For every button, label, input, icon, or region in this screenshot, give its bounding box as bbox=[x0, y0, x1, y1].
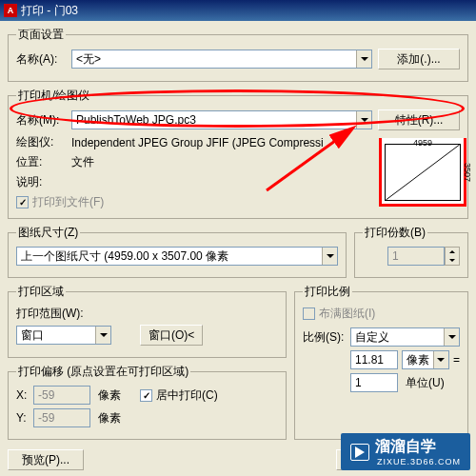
description-label: 说明: bbox=[16, 174, 71, 190]
preview-button[interactable]: 预览(P)... bbox=[8, 449, 84, 470]
print-area-legend: 打印区域 bbox=[16, 284, 66, 300]
offset-y-input: -59 bbox=[33, 408, 90, 427]
dropdown-icon[interactable] bbox=[356, 111, 371, 129]
offset-y-label: Y: bbox=[16, 411, 33, 425]
paper-size-legend: 图纸尺寸(Z) bbox=[16, 225, 80, 241]
dropdown-icon[interactable] bbox=[95, 327, 110, 344]
page-setup-group: 页面设置 名称(A): <无> 添加(.)... bbox=[8, 27, 468, 82]
dropdown-icon[interactable] bbox=[433, 351, 448, 368]
dropdown-icon[interactable] bbox=[356, 50, 371, 68]
scale-legend: 打印比例 bbox=[303, 284, 352, 300]
fit-checkbox bbox=[303, 307, 315, 320]
print-range-value: 窗口 bbox=[21, 327, 44, 344]
scale-value1-input[interactable]: 11.81 bbox=[350, 350, 398, 369]
paper-preview: 4959 3507 bbox=[379, 138, 466, 207]
scale-ratio-select[interactable]: 自定义 bbox=[350, 327, 460, 347]
app-icon: A bbox=[4, 4, 17, 17]
offset-x-label: X: bbox=[16, 388, 33, 402]
offset-x-input: -59 bbox=[33, 386, 90, 405]
dropdown-icon[interactable] bbox=[444, 328, 459, 346]
copies-spinner bbox=[445, 247, 460, 266]
titlebar: A 打印 - 门03 bbox=[0, 0, 476, 21]
offset-x-unit: 像素 bbox=[98, 387, 121, 404]
svg-line-0 bbox=[386, 145, 459, 200]
watermark: 溜溜自学 ZIXUE.3D66.COM bbox=[341, 433, 470, 470]
watermark-sub: ZIXUE.3D66.COM bbox=[377, 457, 461, 466]
scale-value2-input[interactable]: 1 bbox=[350, 373, 398, 392]
printer-legend: 打印机/绘图仪 bbox=[16, 88, 91, 104]
fit-label: 布满图纸(I) bbox=[319, 306, 375, 322]
scale-ratio-label: 比例(S): bbox=[303, 329, 350, 346]
paper-height-label: 3507 bbox=[463, 163, 472, 182]
offset-group: 打印偏移 (原点设置在可打印区域) X: -59 像素 居中打印(C) Y: -… bbox=[8, 364, 287, 440]
scale-ratio-value: 自定义 bbox=[355, 329, 389, 346]
offset-y-unit: 像素 bbox=[98, 410, 121, 426]
window-button[interactable]: 窗口(O)< bbox=[140, 325, 203, 346]
copies-group: 打印份数(B) 1 bbox=[354, 225, 468, 278]
dialog-content: 页面设置 名称(A): <无> 添加(.)... 打印机/绘图仪 名称(M): … bbox=[0, 21, 476, 476]
dropdown-icon[interactable] bbox=[322, 248, 337, 265]
center-checkbox[interactable] bbox=[140, 389, 152, 402]
plotter-value: Independent JPEG Group JFIF (JPEG Compre… bbox=[71, 136, 324, 149]
printer-name-value: PublishToWeb JPG.pc3 bbox=[76, 113, 196, 127]
location-value: 文件 bbox=[71, 154, 94, 170]
offset-legend: 打印偏移 (原点设置在可打印区域) bbox=[16, 364, 190, 380]
add-button[interactable]: 添加(.)... bbox=[378, 49, 460, 69]
location-label: 位置: bbox=[16, 154, 71, 170]
paper-size-value: 上一个图纸尺寸 (4959.00 x 3507.00 像素 bbox=[21, 248, 228, 265]
center-label: 居中打印(C) bbox=[156, 387, 218, 404]
printer-name-label: 名称(M): bbox=[16, 112, 71, 129]
print-range-label: 打印范围(W): bbox=[16, 306, 278, 322]
properties-button[interactable]: 特性(R)... bbox=[378, 109, 460, 130]
page-name-select[interactable]: <无> bbox=[71, 50, 372, 69]
copies-legend: 打印份数(B) bbox=[363, 225, 427, 241]
window-title: 打印 - 门03 bbox=[21, 3, 78, 19]
page-setup-legend: 页面设置 bbox=[16, 27, 66, 43]
watermark-text: 溜溜自学 bbox=[375, 437, 461, 457]
print-area-group: 打印区域 打印范围(W): 窗口 窗口(O)< bbox=[8, 284, 287, 358]
print-to-file-checkbox bbox=[16, 196, 29, 208]
page-name-value: <无> bbox=[76, 51, 101, 68]
page-name-label: 名称(A): bbox=[16, 51, 71, 68]
play-icon bbox=[355, 446, 365, 458]
print-to-file-label: 打印到文件(F) bbox=[32, 194, 104, 210]
printer-name-select[interactable]: PublishToWeb JPG.pc3 bbox=[71, 110, 372, 129]
paper-size-select[interactable]: 上一个图纸尺寸 (4959.00 x 3507.00 像素 bbox=[16, 247, 338, 266]
scale-unit1-select[interactable]: 像素 bbox=[402, 350, 449, 369]
scale-unit2-label: 单位(U) bbox=[406, 375, 445, 391]
scale-group: 打印比例 布满图纸(I) 比例(S): 自定义 11.81 像素 = bbox=[294, 284, 468, 440]
plotter-label: 绘图仪: bbox=[16, 134, 71, 150]
scale-unit1-value: 像素 bbox=[407, 352, 429, 368]
paper-size-group: 图纸尺寸(Z) 上一个图纸尺寸 (4959.00 x 3507.00 像素 bbox=[8, 225, 347, 278]
print-range-select[interactable]: 窗口 bbox=[16, 326, 111, 345]
copies-input: 1 bbox=[387, 247, 445, 266]
